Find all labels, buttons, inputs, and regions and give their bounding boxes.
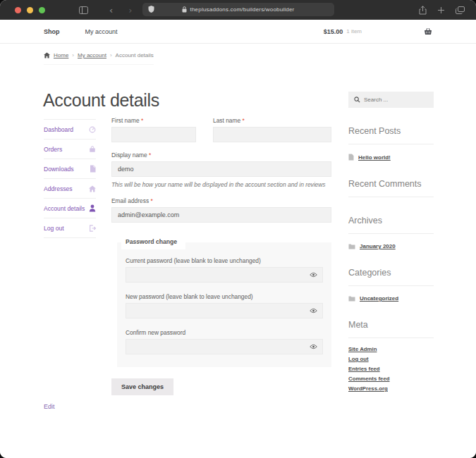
menu-item-orders[interactable]: Orders: [44, 140, 96, 159]
share-icon[interactable]: [419, 6, 427, 15]
nav-shop-link[interactable]: Shop: [44, 28, 60, 35]
edit-link[interactable]: Edit: [44, 403, 55, 410]
required-mark: *: [141, 117, 143, 124]
search-box[interactable]: [348, 92, 434, 108]
categories-heading: Categories: [348, 268, 434, 286]
meta-wordpress-link[interactable]: WordPress.org: [348, 385, 434, 392]
back-icon[interactable]: ‹: [109, 6, 113, 15]
user-icon: [89, 204, 96, 212]
new-tab-icon[interactable]: [437, 6, 445, 14]
shield-icon[interactable]: [147, 5, 155, 13]
confirm-password-label: Confirm new password: [126, 329, 323, 336]
archives-heading: Archives: [348, 216, 434, 234]
display-name-input[interactable]: [111, 161, 331, 177]
eye-icon[interactable]: [310, 308, 317, 314]
display-name-hint: This will be how your name will be displ…: [111, 181, 331, 188]
new-password-input[interactable]: [126, 303, 323, 318]
breadcrumb-separator: ›: [110, 52, 112, 58]
page-title: Account details: [43, 90, 159, 111]
breadcrumb-my-account-link[interactable]: My account: [78, 52, 106, 58]
post-icon: [348, 154, 354, 161]
password-change-fieldset: Password change Current password (leave …: [117, 235, 331, 367]
meta-entries-feed-link[interactable]: Entries feed: [348, 366, 434, 373]
first-name-input[interactable]: [111, 127, 196, 142]
confirm-password-input[interactable]: [126, 339, 323, 354]
gauge-icon: [89, 126, 96, 133]
menu-item-dashboard[interactable]: Dashboard: [44, 120, 96, 140]
address-bar[interactable]: theplusaddons.com/builders/woobuilder: [142, 3, 334, 16]
account-details-form: First name * Last name * Display name * …: [111, 117, 331, 395]
meta-log-out-link[interactable]: Log out: [348, 356, 434, 363]
meta-site-admin-link[interactable]: Site Admin: [348, 346, 434, 353]
required-mark: *: [150, 197, 152, 204]
browser-window: ‹ › theplusaddons.com/builders/woobuilde…: [0, 0, 476, 458]
zoom-button[interactable]: [39, 7, 45, 13]
recent-post-item: Hello world!: [348, 154, 434, 161]
password-change-legend: Password change: [121, 235, 185, 249]
search-input[interactable]: [364, 97, 428, 103]
save-changes-button[interactable]: Save changes: [111, 378, 173, 395]
basket-icon[interactable]: [424, 27, 432, 35]
recent-post-link[interactable]: Hello world!: [358, 154, 391, 161]
lock-icon: [182, 6, 187, 13]
first-name-label: First name *: [111, 117, 196, 124]
archive-link[interactable]: January 2020: [360, 243, 396, 249]
sidebar-toggle-icon[interactable]: [79, 6, 88, 14]
home-icon: [89, 185, 96, 192]
meta-heading: Meta: [348, 320, 434, 338]
recent-posts-heading: Recent Posts: [348, 126, 434, 144]
tabs-icon[interactable]: [456, 6, 465, 14]
category-link[interactable]: Uncategorized: [360, 295, 398, 302]
cart-total: $15.00: [324, 28, 343, 35]
display-name-label: Display name *: [111, 151, 331, 159]
breadcrumb-current: Account details: [116, 52, 154, 58]
meta-links: Site Admin Log out Entries feed Comments…: [348, 346, 434, 392]
file-icon: [90, 165, 96, 173]
forward-icon[interactable]: ›: [128, 6, 132, 15]
new-password-label: New password (leave blank to leave uncha…: [126, 293, 323, 300]
archive-item: January 2020: [348, 243, 434, 249]
folder-icon: [348, 296, 355, 302]
category-item: Uncategorized: [348, 295, 434, 302]
menu-item-downloads[interactable]: Downloads: [44, 159, 96, 179]
email-label: Email address *: [111, 197, 331, 204]
bag-icon: [89, 146, 96, 153]
webpage: Shop My account $15.00 1 item Home › My …: [0, 20, 476, 458]
required-mark: *: [242, 117, 244, 124]
nav-my-account-link[interactable]: My account: [85, 28, 118, 35]
home-icon[interactable]: [44, 52, 50, 58]
widget-sidebar: Recent Posts Hello world! Recent Comment…: [348, 92, 434, 392]
current-password-input[interactable]: [126, 267, 323, 283]
url-text: theplusaddons.com/builders/woobuilder: [190, 6, 295, 13]
menu-item-addresses[interactable]: Addresses: [44, 179, 96, 199]
cart-item-count: 1 item: [346, 28, 362, 35]
cart-summary[interactable]: $15.00 1 item: [324, 27, 432, 35]
account-menu: Dashboard Orders Downloads Addresses: [44, 119, 96, 238]
breadcrumb: Home › My account › Account details: [44, 52, 154, 65]
traffic-lights: [0, 7, 45, 13]
close-button[interactable]: [15, 7, 21, 13]
folder-icon: [348, 244, 355, 249]
search-icon: [354, 97, 360, 103]
last-name-input[interactable]: [213, 127, 331, 142]
eye-icon[interactable]: [310, 272, 317, 278]
sign-out-icon: [89, 225, 96, 232]
minimize-button[interactable]: [27, 7, 33, 13]
store-nav: Shop My account $15.00 1 item: [0, 20, 476, 44]
required-mark: *: [149, 151, 151, 159]
menu-item-account-details[interactable]: Account details: [44, 199, 96, 218]
eye-icon[interactable]: [310, 344, 317, 349]
current-password-label: Current password (leave blank to leave u…: [126, 257, 323, 264]
menu-item-log-out[interactable]: Log out: [44, 218, 96, 238]
email-input[interactable]: [111, 207, 331, 223]
breadcrumb-home-link[interactable]: Home: [54, 52, 68, 58]
recent-comments-heading: Recent Comments: [348, 179, 434, 197]
browser-chrome: ‹ › theplusaddons.com/builders/woobuilde…: [0, 0, 476, 20]
meta-comments-feed-link[interactable]: Comments feed: [348, 376, 434, 383]
last-name-label: Last name *: [213, 117, 331, 124]
breadcrumb-separator: ›: [72, 52, 74, 58]
